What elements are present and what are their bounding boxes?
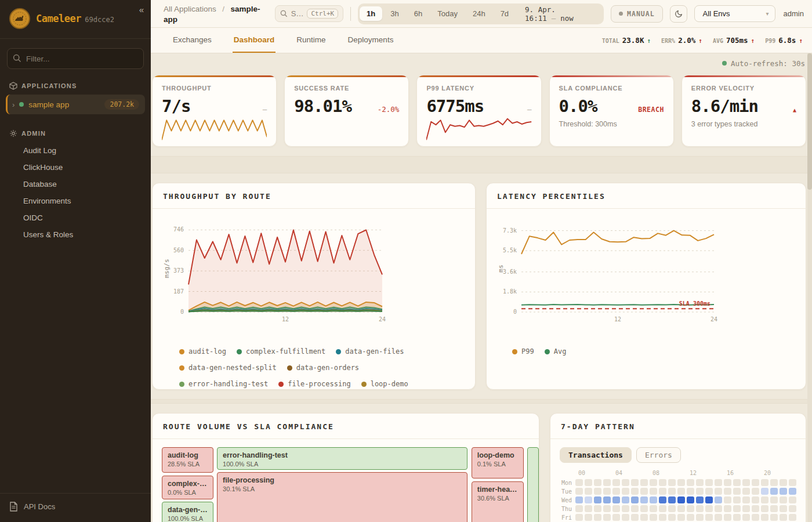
scrollbar-thumb[interactable] (807, 53, 812, 190)
legend-item-error-handling-test[interactable]: error-handling-test (179, 376, 268, 390)
heatmap-cell (677, 488, 685, 495)
global-search-button[interactable]: S… Ctrl+K (275, 5, 343, 22)
heatmap-cell (640, 505, 648, 512)
legend-item-loop-demo[interactable]: loop-demo (361, 376, 408, 390)
legend-item-Avg[interactable]: Avg (545, 343, 567, 360)
legend-dot-icon (179, 382, 184, 387)
heatmap-cell (780, 488, 787, 495)
sidebar-item-environments[interactable]: Environments (0, 193, 151, 209)
sidebar-item-users-roles[interactable]: Users & Roles (0, 226, 151, 243)
heatmap-cell (752, 514, 759, 521)
heatmap-cell (640, 514, 648, 521)
sidebar-item-database[interactable]: Database (0, 176, 151, 193)
heatmap-cell (603, 496, 611, 503)
heatmap-cell (594, 505, 601, 512)
range-today[interactable]: Today (430, 6, 465, 21)
heatmap-cell (705, 514, 713, 521)
panel-title: 7-DAY PATTERN (550, 414, 806, 439)
heatmap-cell (780, 505, 787, 512)
legend-dot-icon (512, 349, 517, 354)
svg-text:0: 0 (180, 309, 184, 315)
sidebar-item-audit-log[interactable]: Audit Log (0, 142, 151, 159)
environment-select[interactable]: All Envs ▾ (694, 5, 775, 22)
user-menu[interactable]: admin (784, 9, 804, 18)
tab-dashboard[interactable]: Dashboard (233, 28, 276, 53)
dashboard-content: Auto-refresh: 30s THROUGHPUT 7/s– SUCCES… (151, 53, 812, 522)
heatmap-cell (677, 479, 685, 486)
treemap-box-complex-fulfillment[interactable]: complex-fulfillment0.0% SLA (162, 476, 213, 499)
heatmap-cell (715, 479, 722, 486)
kpi-value: 6775ms (426, 96, 484, 116)
heatmap-cell (612, 514, 620, 521)
seven-day-pattern-panel: 7-DAY PATTERN Transactions Errors 000408… (550, 413, 806, 522)
api-docs-link[interactable]: API Docs (0, 493, 151, 522)
kpi-row: THROUGHPUT 7/s– SUCCESS RATE 98.01%-2.0%… (152, 75, 806, 147)
tab-deployments[interactable]: Deployments (347, 28, 395, 53)
legend-item-audit-log[interactable]: audit-log (179, 343, 226, 360)
heatmap-cell (631, 479, 639, 486)
legend-item-file-processing[interactable]: file-processing (278, 376, 350, 390)
heatmap-cell (640, 496, 648, 503)
build-hash: 69dcce2 (85, 16, 114, 24)
treemap-box-file-processing[interactable]: file-processing30.1% SLA (217, 472, 467, 522)
main-area: All Applications / sample-app S… Ctrl+K … (151, 0, 812, 522)
sparkline-svg (426, 116, 531, 143)
tab-runtime[interactable]: Runtime (295, 28, 327, 53)
treemap-box-error-handling-test[interactable]: error-handling-test100.0% SLA (217, 447, 467, 470)
filter-input[interactable] (7, 48, 144, 69)
breadcrumb-all-applications[interactable]: All Applications (164, 5, 216, 13)
date-range-display[interactable]: 9. Apr. 16:11–now (517, 5, 602, 23)
tab-exchanges[interactable]: Exchanges (172, 28, 213, 53)
chart-svg: 01873735607461224msg/s (162, 213, 467, 340)
heatmap-cell (705, 496, 713, 503)
range-24h[interactable]: 24h (466, 6, 492, 21)
heatmap-cell (668, 479, 676, 486)
heatmap-cell (668, 488, 676, 495)
sparkline-svg (162, 116, 267, 143)
manual-mode-button[interactable]: MANUAL (611, 5, 663, 23)
toggle-transactions[interactable]: Transactions (560, 447, 632, 463)
treemap-box-loop-demo[interactable]: loop-demo0.1% SLA (472, 447, 524, 478)
heatmap-cell (687, 514, 694, 521)
heatmap-cell (742, 488, 750, 495)
sidebar-item-clickhouse[interactable]: ClickHouse (0, 159, 151, 176)
treemap-box-data-gen-files[interactable]: data-gen-files100.0% SLA (162, 502, 213, 522)
svg-text:5.5k: 5.5k (503, 247, 517, 253)
range-1h[interactable]: 1h (360, 6, 382, 21)
kpi-throughput: THROUGHPUT 7/s– (152, 75, 277, 147)
search-icon (280, 10, 288, 17)
legend-item-P99[interactable]: P99 (512, 343, 534, 360)
heatmap-row-Thu: Thu (560, 505, 796, 512)
treemap-box-sliver[interactable] (527, 447, 539, 522)
treemap-box-audit-log[interactable]: audit-log28.5% SLA (162, 447, 213, 473)
heatmap-cell (612, 488, 620, 495)
heatmap-cell (612, 479, 620, 486)
date-to: now (560, 14, 574, 23)
heatmap-cell (677, 505, 685, 512)
legend-item-data-gen-nested-split[interactable]: data-gen-nested-split (179, 360, 277, 376)
legend-item-data-gen-files[interactable]: data-gen-files (336, 343, 404, 360)
toggle-errors[interactable]: Errors (636, 447, 681, 463)
sidebar-collapse-icon[interactable]: « (139, 5, 144, 14)
app-count-badge: 207.2k (104, 99, 139, 110)
theme-toggle-button[interactable] (670, 5, 687, 23)
sidebar-item-oidc[interactable]: OIDC (0, 209, 151, 226)
range-3h[interactable]: 3h (383, 6, 405, 21)
heatmap-cell (659, 496, 666, 503)
heatmap-cell (640, 488, 648, 495)
legend-item-complex-fulfillment[interactable]: complex-fulfillment (237, 343, 325, 360)
chevron-right-icon[interactable]: › (12, 100, 14, 109)
range-7d[interactable]: 7d (494, 6, 516, 21)
legend-item-data-gen-orders[interactable]: data-gen-orders (287, 360, 359, 376)
throughput-by-route-panel: THROUGHPUT BY ROUTE 01873735607461224msg… (152, 183, 476, 390)
svg-text:24: 24 (379, 316, 386, 322)
heatmap-cell (687, 505, 694, 512)
route-sla-treemap: audit-log28.5% SLAcomplex-fulfillment0.0… (162, 447, 530, 522)
range-6h[interactable]: 6h (407, 6, 429, 21)
treemap-box-timer-heartbeat[interactable]: timer-heartbeat30.6% SLA (472, 481, 524, 522)
kpi-error-velocity: ERROR VELOCITY 8.6/min▲ 3 error types tr… (682, 75, 806, 147)
topbar: All Applications / sample-app S… Ctrl+K … (151, 0, 812, 28)
sidebar-item-sample-app[interactable]: › sample app 207.2k (6, 95, 145, 114)
kpi-sla-compliance: SLA COMPLIANCE 0.0%BREACH Threshold: 300… (549, 75, 674, 147)
heatmap-cell (585, 488, 592, 495)
